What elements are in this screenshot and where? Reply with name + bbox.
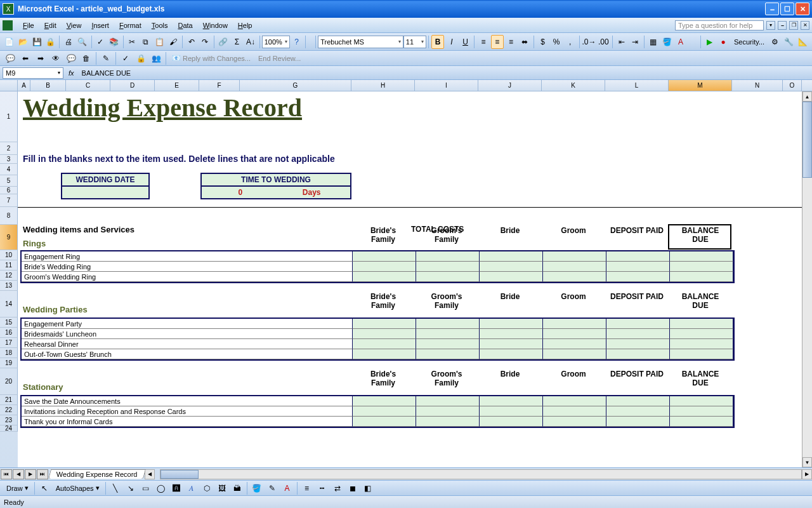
design-mode-button[interactable]: 📐 <box>796 35 809 49</box>
macro-play-button[interactable]: ▶ <box>704 35 716 49</box>
menu-tools[interactable]: Tools <box>147 20 173 31</box>
permissions-button[interactable]: 🔒 <box>44 35 57 49</box>
menu-insert[interactable]: Insert <box>86 20 114 31</box>
value-cell[interactable] <box>606 339 670 349</box>
item-cell[interactable]: Out-of-Town Guests' Brunch <box>22 349 353 359</box>
value-cell[interactable] <box>416 417 480 427</box>
hscroll-left-button[interactable]: ◀ <box>145 469 155 479</box>
cells-area[interactable]: Wedding Expense Record Fill in the blank… <box>18 91 812 467</box>
value-cell[interactable] <box>606 262 670 272</box>
help-button[interactable]: ? <box>291 35 303 49</box>
value-cell[interactable] <box>480 396 543 406</box>
menu-file[interactable]: File <box>18 20 39 31</box>
merge-center-button[interactable]: ⬌ <box>518 35 531 49</box>
row-header-11[interactable]: 11 <box>0 260 18 271</box>
col-header-M[interactable]: M <box>669 80 732 91</box>
col-header-B[interactable]: B <box>30 80 66 91</box>
value-cell[interactable] <box>416 339 480 349</box>
value-cell[interactable] <box>606 272 670 282</box>
item-cell[interactable]: Engagement Ring <box>22 251 353 262</box>
new-comment-button[interactable]: 💬 <box>3 51 17 65</box>
value-cell[interactable] <box>606 251 670 262</box>
autosum-button[interactable]: Σ <box>231 35 244 49</box>
macro-record-button[interactable]: ● <box>717 35 730 49</box>
select-objects-button[interactable]: ↖ <box>37 481 51 495</box>
value-cell[interactable] <box>416 329 480 339</box>
autoshapes-menu[interactable]: AutoShapes ▾ <box>52 483 103 493</box>
col-header-O[interactable]: O <box>783 80 802 91</box>
row-header-12[interactable]: 12 <box>0 271 18 281</box>
increase-decimal-button[interactable]: .0→ <box>582 35 596 49</box>
value-cell[interactable] <box>416 349 480 359</box>
value-cell[interactable] <box>543 349 606 359</box>
tab-last-button[interactable]: ⏭ <box>37 469 48 479</box>
font-size-combo[interactable]: 11▾ <box>403 36 427 48</box>
value-cell[interactable] <box>353 251 416 262</box>
minimize-button[interactable]: ‒ <box>765 3 779 15</box>
value-cell[interactable] <box>606 349 670 359</box>
value-cell[interactable] <box>543 251 606 262</box>
underline-button[interactable]: U <box>459 35 472 49</box>
value-cell[interactable] <box>670 406 733 417</box>
col-header-G[interactable]: G <box>240 80 351 91</box>
hscroll-right-button[interactable]: ▶ <box>802 469 812 479</box>
share-workbook-button[interactable]: 👥 <box>149 51 163 65</box>
col-header-H[interactable]: H <box>351 80 415 91</box>
value-cell[interactable] <box>670 339 733 349</box>
arrow-button[interactable]: ↘ <box>124 481 138 495</box>
col-header-A[interactable]: A <box>18 80 30 91</box>
format-painter-button[interactable]: 🖌 <box>167 35 180 49</box>
help-dropdown-button[interactable]: ▾ <box>766 21 775 30</box>
formula-text[interactable]: BALANCE DUE <box>79 69 809 77</box>
value-cell[interactable] <box>606 406 670 417</box>
value-cell[interactable] <box>670 251 733 262</box>
value-cell[interactable] <box>606 329 670 339</box>
value-cell[interactable] <box>543 319 606 329</box>
row-header-10[interactable]: 10 <box>0 250 18 260</box>
value-cell[interactable] <box>353 262 416 272</box>
undo-button[interactable]: ↶ <box>185 35 198 49</box>
draw-menu[interactable]: Draw ▾ <box>3 483 32 493</box>
hyperlink-button[interactable]: 🔗 <box>217 35 230 49</box>
row-header-7[interactable]: 7 <box>0 194 18 207</box>
row-header-14[interactable]: 14 <box>0 291 18 318</box>
value-cell[interactable] <box>606 319 670 329</box>
value-cell[interactable] <box>543 339 606 349</box>
font-combo[interactable]: Trebuchet MS▾ <box>318 36 403 48</box>
value-cell[interactable] <box>670 319 733 329</box>
row-header-21[interactable]: 21 <box>0 395 18 405</box>
open-button[interactable]: 📂 <box>17 35 30 49</box>
col-header-E[interactable]: E <box>155 80 199 91</box>
align-center-button[interactable]: ≡ <box>491 35 504 49</box>
shadow-button[interactable]: ◼ <box>346 481 360 495</box>
sheet-tab[interactable]: Wedding Expense Record <box>48 469 146 479</box>
show-comment-button[interactable]: 👁 <box>49 51 63 65</box>
new-button[interactable]: 📄 <box>3 35 16 49</box>
line-color-button[interactable]: ✎ <box>265 481 279 495</box>
row-header-23[interactable]: 23 <box>0 415 18 425</box>
row-header-17[interactable]: 17 <box>0 338 18 348</box>
value-cell[interactable] <box>480 262 543 272</box>
row-header-24[interactable]: 24 <box>0 425 18 432</box>
row-header-6[interactable]: 6 <box>0 187 18 194</box>
currency-button[interactable]: $ <box>537 35 549 49</box>
select-all-corner[interactable] <box>0 80 18 91</box>
value-cell[interactable] <box>353 272 416 282</box>
value-cell[interactable] <box>353 329 416 339</box>
row-header-4[interactable]: 4 <box>0 164 18 175</box>
redo-button[interactable]: ↷ <box>199 35 211 49</box>
menu-data[interactable]: Data <box>173 20 197 31</box>
vertical-scrollbar[interactable]: ▲ ▼ <box>802 91 812 467</box>
value-cell[interactable] <box>670 272 733 282</box>
value-cell[interactable] <box>480 339 543 349</box>
workbook-close-button[interactable]: ✕ <box>801 21 809 30</box>
italic-button[interactable]: I <box>445 35 458 49</box>
workbook-minimize-button[interactable]: ‒ <box>778 21 787 30</box>
textbox-button[interactable]: 🅰 <box>169 481 183 495</box>
workbook-restore-button[interactable]: ❐ <box>789 21 798 30</box>
help-search-input[interactable] <box>675 20 764 30</box>
value-cell[interactable] <box>353 396 416 406</box>
value-cell[interactable] <box>480 406 543 417</box>
menu-view[interactable]: View <box>62 20 87 31</box>
row-header-13[interactable]: 13 <box>0 281 18 291</box>
